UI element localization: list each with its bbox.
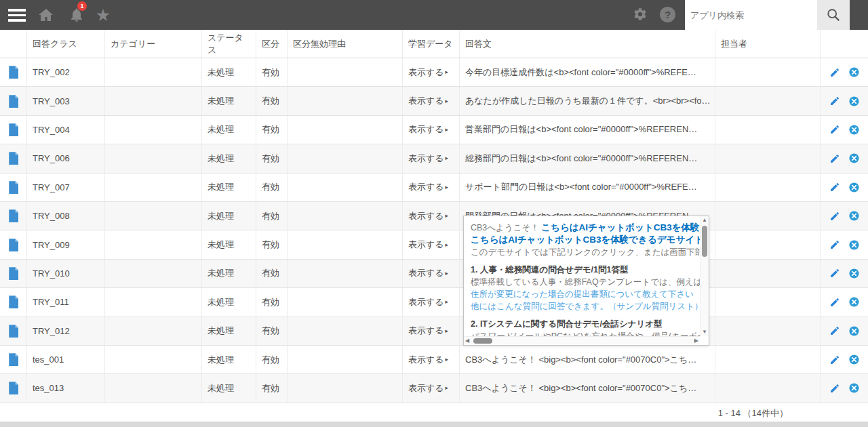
home-icon[interactable]: [38, 7, 54, 23]
edit-button[interactable]: [829, 153, 840, 164]
edit-button[interactable]: [829, 383, 840, 394]
table-row[interactable]: TRY_008 未処理 有効 表示する ▸ 開発部門の日報は<b><font c…: [0, 202, 868, 230]
popup-vertical-scrollbar[interactable]: ▲ ▼: [700, 216, 709, 336]
vertical-scroll-thumb[interactable]: [702, 226, 707, 257]
column-header[interactable]: 担当者: [715, 30, 821, 58]
table-row[interactable]: TRY_010 未処理 有効 表示する ▸: [0, 260, 868, 288]
column-header[interactable]: 回答クラス: [27, 30, 105, 58]
scroll-left-icon[interactable]: ◀: [465, 338, 469, 344]
pagination-bar: 1 - 14 （14件中）: [0, 403, 868, 422]
document-icon: [8, 353, 18, 366]
column-header: [0, 30, 27, 58]
delete-button[interactable]: [848, 325, 860, 337]
scroll-right-icon[interactable]: ▶: [694, 338, 698, 344]
popup-text: こちらはAIチャットボットCB3を体験できるデ: [541, 222, 700, 232]
answers-table: 回答クラスカテゴリーステータス区分区分無効理由学習データ回答文担当者 TRY_0…: [0, 30, 868, 403]
column-header[interactable]: 区分無効理由: [288, 30, 403, 58]
table-row[interactable]: tes_013 未処理 有効 表示する ▸ CB3へようこそ！ <big><b>…: [0, 374, 868, 403]
edit-button[interactable]: [829, 96, 840, 106]
table-row[interactable]: TRY_002 未処理 有効 表示する ▸ 今年の目標達成件数は<b><font…: [0, 58, 868, 87]
caret-right-icon: ▸: [446, 69, 449, 75]
edit-button[interactable]: [829, 325, 840, 336]
close-circle-icon: [848, 124, 860, 136]
table-row[interactable]: TRY_012 未処理 有効 表示する ▸: [0, 317, 868, 346]
edit-button[interactable]: [829, 67, 840, 78]
cell-answer-text: 今年の目標達成件数は<b><font color="#0000ff">%REFE…: [460, 58, 715, 86]
delete-button[interactable]: [848, 382, 860, 394]
learning-data-toggle[interactable]: 表示する ▸: [408, 382, 448, 394]
table-row[interactable]: TRY_011 未処理 有効 表示する ▸: [0, 288, 868, 317]
cell-icon: [0, 87, 27, 115]
delete-button[interactable]: [848, 152, 860, 164]
cell-status: 未処理: [202, 374, 256, 402]
edit-button[interactable]: [829, 239, 840, 250]
scroll-up-icon[interactable]: ▲: [702, 218, 707, 223]
favorites-icon[interactable]: ★: [94, 0, 112, 30]
close-circle-icon: [848, 382, 860, 394]
table-row[interactable]: TRY_003 未処理 有効 表示する ▸ あなたが作成した日報のうち最新の１件…: [0, 87, 868, 115]
delete-button[interactable]: [848, 182, 860, 193]
cell-invalid-reason: [288, 58, 403, 86]
edit-button[interactable]: [829, 182, 840, 192]
settings-icon[interactable]: [633, 7, 648, 22]
table-row[interactable]: TRY_006 未処理 有効 表示する ▸ 総務部門の日報は<b><font c…: [0, 144, 868, 173]
help-icon[interactable]: ?: [660, 7, 675, 22]
table-row[interactable]: TRY_009 未処理 有効 表示する ▸: [0, 230, 868, 259]
learning-data-toggle[interactable]: 表示する ▸: [408, 210, 448, 222]
cell-division: 有効: [256, 288, 288, 316]
search-button[interactable]: [817, 0, 850, 30]
edit-button[interactable]: [829, 354, 840, 365]
cell-answer-class: TRY_006: [27, 144, 105, 172]
close-circle-icon: [848, 354, 860, 365]
delete-button[interactable]: [848, 354, 860, 365]
cell-actions: [821, 87, 868, 115]
cell-actions: [821, 174, 868, 201]
delete-button[interactable]: [848, 239, 860, 251]
learning-data-toggle[interactable]: 表示する ▸: [408, 239, 448, 251]
column-header[interactable]: 区分: [256, 30, 288, 58]
table-row[interactable]: tes_001 未処理 有効 表示する ▸ CB3へようこそ！ <big><b>…: [0, 346, 868, 374]
learning-data-toggle[interactable]: 表示する ▸: [408, 123, 448, 136]
learning-data-toggle[interactable]: 表示する ▸: [408, 325, 448, 337]
horizontal-scroll-thumb[interactable]: [473, 338, 492, 344]
delete-button[interactable]: [848, 296, 860, 308]
cell-category: [105, 288, 202, 316]
edit-button[interactable]: [829, 268, 840, 279]
cell-division: 有効: [256, 230, 288, 258]
edit-button[interactable]: [829, 211, 840, 222]
cell-assignee: [715, 346, 821, 373]
table-row[interactable]: TRY_004 未処理 有効 表示する ▸ 営業部門の日報は<b><font c…: [0, 116, 868, 144]
search-input[interactable]: [685, 0, 817, 30]
column-header[interactable]: カテゴリー: [105, 30, 202, 58]
popup-link[interactable]: 住所が変更になった場合の提出書類について教えて下さい: [471, 289, 694, 299]
delete-button[interactable]: [848, 96, 860, 107]
learning-data-toggle[interactable]: 表示する ▸: [408, 354, 448, 366]
popup-horizontal-scrollbar[interactable]: ◀ ▶: [464, 336, 700, 345]
column-header[interactable]: 学習データ: [403, 30, 460, 58]
learning-data-toggle[interactable]: 表示する ▸: [408, 181, 448, 193]
cell-status: 未処理: [202, 144, 256, 172]
table-row[interactable]: TRY_007 未処理 有効 表示する ▸ サポート部門の日報は<b><font…: [0, 174, 868, 202]
learning-data-toggle[interactable]: 表示する ▸: [408, 296, 448, 308]
edit-button[interactable]: [829, 124, 840, 135]
delete-button[interactable]: [848, 66, 860, 78]
delete-button[interactable]: [848, 268, 860, 279]
learning-data-toggle[interactable]: 表示する ▸: [408, 267, 448, 279]
column-header[interactable]: 回答文: [460, 30, 715, 58]
close-circle-icon: [848, 296, 860, 308]
pencil-icon: [829, 239, 840, 250]
popup-link[interactable]: 他にはこんな質問に回答できます。（サンプル質問リスト）: [471, 302, 700, 311]
menu-icon[interactable]: [8, 9, 26, 22]
caret-right-icon: ▸: [446, 328, 449, 334]
learning-data-toggle[interactable]: 表示する ▸: [408, 95, 448, 107]
scroll-down-icon[interactable]: ▼: [702, 329, 707, 335]
learning-data-toggle[interactable]: 表示する ▸: [408, 152, 448, 165]
edit-button[interactable]: [829, 297, 840, 308]
cell-invalid-reason: [288, 317, 403, 345]
delete-button[interactable]: [848, 124, 860, 136]
delete-button[interactable]: [848, 210, 860, 222]
column-header[interactable]: ステータス: [202, 30, 256, 58]
learning-data-toggle[interactable]: 表示する ▸: [408, 66, 448, 79]
pencil-icon: [829, 325, 840, 336]
document-icon: [8, 181, 18, 194]
